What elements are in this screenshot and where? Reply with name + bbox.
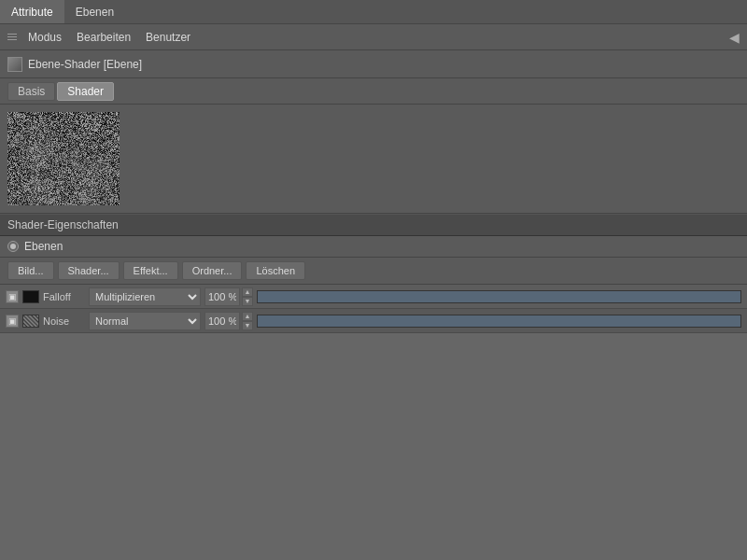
grip-line-3 [7, 39, 17, 40]
shader-preview-thumbnail[interactable] [7, 112, 120, 205]
btn-loschen[interactable]: Löschen [246, 261, 305, 280]
spinner-up-falloff[interactable]: ▲ [242, 287, 253, 297]
top-tab-bar: Attribute Ebenen [0, 0, 747, 24]
tab-ebenen[interactable]: Ebenen [64, 0, 125, 23]
tab-shader[interactable]: Shader [57, 82, 114, 101]
radio-dot [10, 244, 16, 249]
btn-effekt[interactable]: Effekt... [123, 261, 178, 280]
layer-blend-falloff[interactable]: Multiplizieren Normal Bildschirm Überlag… [89, 287, 201, 306]
layer-row: ▣ Falloff Multiplizieren Normal Bildschi… [0, 285, 747, 309]
tab-attribute[interactable]: Attribute [0, 0, 64, 23]
layer-name-falloff: Falloff [43, 291, 85, 302]
grip-line-1 [7, 34, 17, 35]
btn-ordner[interactable]: Ordner... [182, 261, 243, 280]
layer-spinner-noise[interactable]: ▲ ▼ [242, 312, 253, 330]
empty-area [0, 333, 747, 553]
layer-shader-icon [7, 57, 22, 72]
layer-visibility-falloff[interactable]: ▣ [6, 290, 19, 303]
layer-row: ▣ Noise Normal Multiplizieren Bildschirm… [0, 309, 747, 333]
buttons-row: Bild... Shader... Effekt... Ordner... Lö… [0, 258, 747, 285]
menu-modus[interactable]: Modus [21, 27, 69, 48]
sub-tab-bar: Basis Shader [0, 78, 747, 105]
btn-bild[interactable]: Bild... [7, 261, 54, 280]
layer-percent-falloff: ▲ ▼ [204, 287, 253, 306]
layer-bar-falloff [257, 290, 741, 303]
ebenen-radio[interactable] [7, 241, 19, 252]
layer-visibility-noise[interactable]: ▣ [6, 315, 19, 328]
title-text: Ebene-Shader [Ebene] [28, 58, 142, 71]
title-row: Ebene-Shader [Ebene] [0, 50, 747, 78]
menu-benutzer[interactable]: Benutzer [138, 27, 198, 48]
layer-percent-input-falloff[interactable] [204, 287, 240, 306]
shader-eigenschaften-header: Shader-Eigenschaften [0, 214, 747, 236]
layer-spinner-falloff[interactable]: ▲ ▼ [242, 287, 253, 306]
preview-area [0, 105, 747, 214]
ebenen-label: Ebenen [24, 240, 63, 253]
spinner-up-noise[interactable]: ▲ [242, 312, 253, 321]
tab-ebenen-label: Ebenen [76, 6, 114, 19]
layer-name-noise: Noise [43, 315, 85, 327]
grip-handle[interactable] [4, 34, 21, 40]
layer-percent-noise: ▲ ▼ [204, 312, 253, 330]
layer-swatch-noise [22, 315, 39, 328]
tab-basis[interactable]: Basis [7, 82, 55, 101]
layer-blend-noise[interactable]: Normal Multiplizieren Bildschirm Überlag… [89, 312, 201, 330]
btn-shader[interactable]: Shader... [58, 261, 120, 280]
spinner-down-falloff[interactable]: ▼ [242, 297, 253, 306]
layer-bar-fill-falloff [258, 291, 740, 302]
ebenen-row: Ebenen [0, 236, 747, 258]
layer-swatch-falloff [22, 290, 39, 303]
layer-bar-fill-noise [258, 315, 740, 327]
grip-line-2 [7, 36, 17, 37]
layer-percent-input-noise[interactable] [204, 312, 240, 330]
menu-collapse-arrow[interactable]: ◀ [729, 30, 740, 45]
layer-bar-noise [257, 315, 741, 328]
menu-bar: Modus Bearbeiten Benutzer ◀ [0, 24, 747, 50]
menu-bearbeiten[interactable]: Bearbeiten [69, 27, 138, 48]
layers-container: ▣ Falloff Multiplizieren Normal Bildschi… [0, 285, 747, 333]
spinner-down-noise[interactable]: ▼ [242, 321, 253, 330]
tab-attribute-label: Attribute [11, 6, 53, 19]
